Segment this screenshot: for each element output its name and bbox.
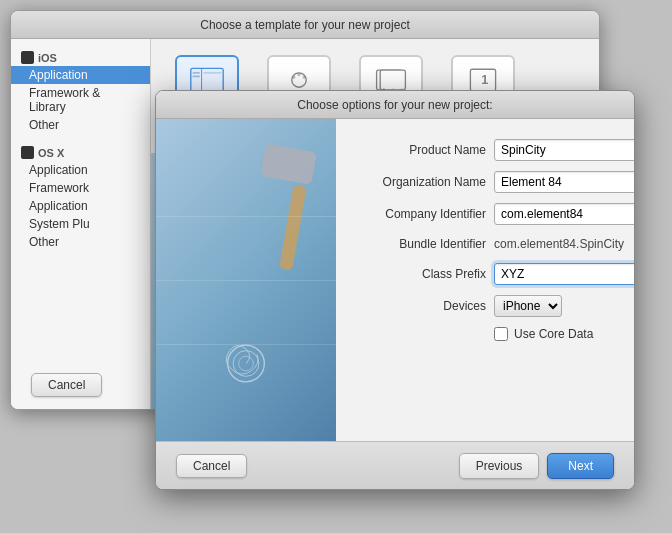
osx-icon — [21, 146, 34, 159]
blueprint-overlay — [156, 119, 336, 441]
blueprint-line-1 — [156, 216, 336, 217]
dialog-form: Product Name Organization Name Company I… — [336, 119, 634, 441]
core-data-row: Use Core Data — [494, 327, 634, 341]
organization-name-label: Organization Name — [356, 175, 486, 189]
sidebar-item-framework-osx[interactable]: Framework — [11, 179, 150, 197]
bundle-identifier-value: com.element84.SpinCity — [494, 235, 634, 253]
svg-rect-10 — [380, 70, 405, 90]
organization-name-row: Organization Name — [356, 171, 634, 193]
bg-cancel-area: Cancel — [31, 373, 102, 397]
devices-row: Devices iPhone — [356, 295, 634, 317]
bundle-identifier-label: Bundle Identifier — [356, 237, 486, 251]
product-name-label: Product Name — [356, 143, 486, 157]
svg-text:1: 1 — [481, 73, 488, 87]
footer-right-buttons: Previous Next — [459, 453, 614, 479]
company-identifier-label: Company Identifier — [356, 207, 486, 221]
product-name-row: Product Name — [356, 139, 634, 161]
devices-label: Devices — [356, 299, 486, 313]
bg-window-title: Choose a template for your new project — [23, 18, 587, 32]
ios-icon — [21, 51, 34, 64]
dialog-artwork — [156, 119, 336, 441]
core-data-checkbox[interactable] — [494, 327, 508, 341]
sidebar-item-other-ios[interactable]: Other — [11, 116, 150, 134]
organization-name-input[interactable] — [494, 171, 634, 193]
ios-label: iOS — [38, 52, 57, 64]
svg-rect-4 — [203, 72, 221, 74]
sidebar-item-systemplu[interactable]: System Plu — [11, 215, 150, 233]
dialog-footer: Cancel Previous Next — [156, 441, 634, 489]
previous-button[interactable]: Previous — [459, 453, 540, 479]
fg-cancel-button[interactable]: Cancel — [176, 454, 247, 478]
core-data-label: Use Core Data — [514, 327, 593, 341]
sidebar-item-framework[interactable]: Framework & Library — [11, 84, 150, 116]
sidebar-item-other-osx[interactable]: Other — [11, 233, 150, 251]
class-prefix-input[interactable] — [494, 263, 634, 285]
svg-rect-0 — [191, 68, 223, 91]
sidebar-item-application-osx[interactable]: Application — [11, 161, 150, 179]
svg-point-6 — [292, 76, 296, 80]
next-button[interactable]: Next — [547, 453, 614, 479]
sidebar-group-osx: OS X — [11, 142, 150, 161]
osx-label: OS X — [38, 147, 64, 159]
svg-point-7 — [297, 73, 301, 77]
class-prefix-row: Class Prefix — [356, 263, 634, 285]
bg-titlebar: Choose a template for your new project — [11, 11, 599, 39]
svg-point-19 — [233, 351, 259, 377]
spiral-svg — [219, 336, 274, 391]
product-name-input[interactable] — [494, 139, 634, 161]
blueprint-line-2 — [156, 280, 336, 281]
devices-select[interactable]: iPhone — [494, 295, 562, 317]
fg-titlebar: Choose options for your new project: — [156, 91, 634, 119]
sidebar-item-application2-osx[interactable]: Application — [11, 197, 150, 215]
svg-point-8 — [303, 76, 307, 80]
template-sidebar: iOS Application Framework & Library Othe… — [11, 39, 151, 409]
class-prefix-label: Class Prefix — [356, 267, 486, 281]
dialog-body: Product Name Organization Name Company I… — [156, 119, 634, 441]
bg-cancel-button[interactable]: Cancel — [31, 373, 102, 397]
svg-rect-2 — [193, 72, 200, 74]
fg-dialog-title: Choose options for your new project: — [168, 98, 622, 112]
sidebar-group-ios: iOS — [11, 47, 150, 66]
sidebar-item-application-ios[interactable]: Application — [11, 66, 150, 84]
svg-rect-3 — [193, 76, 200, 78]
company-identifier-input[interactable] — [494, 203, 634, 225]
company-identifier-row: Company Identifier — [356, 203, 634, 225]
project-options-dialog: Choose options for your new project: — [155, 90, 635, 490]
bundle-identifier-row: Bundle Identifier com.element84.SpinCity — [356, 235, 634, 253]
